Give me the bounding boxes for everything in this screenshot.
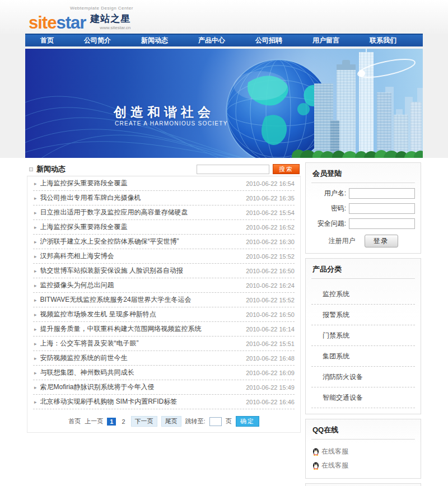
news-date: 2010-06-22 16:50	[241, 268, 295, 274]
main-nav: 首页 公司简介 新闻动态 产品中心 公司招聘 用户留言 联系我们	[25, 34, 423, 46]
news-link[interactable]: 北京移动实现刷手机购物 SIM卡内置RFID标签	[40, 397, 178, 406]
logo-cn-block: 建站之星 www.sitestar.cn	[90, 12, 130, 31]
news-item[interactable]: ▸上海监控探头重要路段全覆盖2010-06-22 16:54	[33, 176, 295, 191]
category-item-monitoring[interactable]: 监控系统	[311, 284, 415, 305]
news-item[interactable]: ▸我公司推出专用看车牌白光摄像机2010-06-22 16:35	[33, 191, 295, 205]
category-item-traffic[interactable]: 智能交通设备	[311, 387, 415, 408]
logo-cn-text: 建站之星	[90, 12, 130, 25]
news-date: 2010-06-22 16:14	[241, 326, 295, 333]
news-item[interactable]: ▸视频监控市场焕发生机 呈现多种新特点2010-06-22 16:50	[33, 307, 295, 322]
pagination-page-unit: 页	[226, 417, 232, 426]
news-date: 2010-06-22 15:52	[241, 297, 295, 303]
arrow-bullet-icon: ▸	[34, 268, 37, 274]
logo[interactable]: sitestar 建站之星 www.sitestar.cn	[29, 12, 130, 31]
news-item[interactable]: ▸日立推出适用于数字及监控应用的高容量存储硬盘2010-06-22 15:54	[33, 205, 295, 220]
nav-item-news[interactable]: 新闻动态	[126, 36, 183, 45]
pagination-confirm-button[interactable]: 确定	[236, 416, 259, 427]
nav-item-home[interactable]: 首页	[25, 36, 69, 45]
news-link[interactable]: 轨交世博车站拟装新安保设施 人脸识别器自动报	[40, 266, 183, 275]
pagination-next[interactable]: 下一页	[131, 416, 157, 427]
nav-item-products[interactable]: 产品中心	[183, 36, 240, 45]
news-item[interactable]: ▸轨交世博车站拟装新安保设施 人脸识别器自动报2010-06-22 16:50	[33, 264, 295, 278]
news-link[interactable]: BITWAVE无线监控系统服务24届世界大学生冬运会	[40, 295, 192, 305]
arrow-bullet-icon: ▸	[34, 385, 37, 390]
news-link[interactable]: 日立推出适用于数字及监控应用的高容量存储硬盘	[40, 208, 188, 217]
news-date: 2010-06-22 16:24	[241, 282, 295, 289]
news-item[interactable]: ▸上海：公交车将普及安装“电子眼”2010-06-22 15:51	[33, 337, 295, 351]
news-item[interactable]: ▸提升服务质量，中联重科构建大范围网络视频监控系统2010-06-22 16:1…	[33, 322, 295, 337]
arrow-bullet-icon: ▸	[34, 341, 37, 347]
category-item-fire[interactable]: 消防防火设备	[311, 367, 415, 387]
news-link[interactable]: 与联想集团、神州数码共同成长	[40, 368, 134, 377]
category-item-group[interactable]: 集团系统	[311, 346, 415, 367]
qq-online-box: QQ在线 在线客服	[305, 419, 421, 479]
news-date: 2010-06-22 16:46	[241, 399, 295, 405]
qq-service-label[interactable]: 在线客服	[321, 461, 348, 470]
news-item[interactable]: ▸沪浙联手建立水上安全控防体系确保“平安世博”2010-06-22 16:30	[33, 235, 295, 249]
logo-site-text: site	[29, 13, 56, 32]
search-area: 搜索	[197, 164, 300, 174]
pagination-first[interactable]: 首页	[68, 417, 81, 426]
login-button[interactable]: 登录	[365, 235, 398, 247]
news-link[interactable]: 监控摄像头为何总出问题	[40, 281, 114, 290]
password-label: 密码:	[311, 204, 346, 213]
qq-penguin-icon	[312, 462, 319, 470]
news-item[interactable]: ▸北京移动实现刷手机购物 SIM卡内置RFID标签2010-06-22 16:4…	[33, 395, 295, 409]
register-link[interactable]: 注册用户	[329, 236, 356, 246]
news-link[interactable]: 上海监控探头重要路段全覆盖	[40, 222, 128, 232]
news-item[interactable]: ▸与联想集团、神州数码共同成长2010-06-22 16:09	[33, 366, 295, 380]
pagination-jump-input[interactable]	[209, 417, 222, 426]
news-link[interactable]: 索尼Mofiria静脉识别系统将于今年入侵	[40, 382, 155, 392]
logo-tagline: Webtemplate Design Center	[70, 6, 133, 11]
news-item[interactable]: ▸BITWAVE无线监控系统服务24届世界大学生冬运会2010-06-22 15…	[33, 293, 295, 307]
news-link[interactable]: 汉邦高科亮相上海安博会	[40, 251, 114, 261]
logo-wordmark: sitestar	[29, 14, 86, 31]
qq-service-row[interactable]: 在线客服	[311, 445, 415, 459]
news-item[interactable]: ▸监控摄像头为何总出问题2010-06-22 16:24	[33, 278, 295, 293]
search-input[interactable]	[197, 165, 269, 174]
news-link[interactable]: 安防视频监控系统的前世今生	[40, 353, 128, 363]
news-link[interactable]: 沪浙联手建立水上安全控防体系确保“平安世博”	[40, 237, 179, 246]
category-item-access[interactable]: 门禁系统	[311, 325, 415, 346]
nav-item-guestbook[interactable]: 用户留言	[297, 36, 354, 45]
news-link[interactable]: 我公司推出专用看车牌白光摄像机	[40, 193, 141, 203]
username-input[interactable]	[349, 188, 415, 199]
nav-item-jobs[interactable]: 公司招聘	[240, 36, 297, 45]
news-date: 2010-06-22 15:51	[241, 340, 295, 347]
arrow-bullet-icon: ▸	[34, 210, 37, 216]
pagination-prev[interactable]: 上一页	[85, 417, 103, 426]
qq-penguin-icon	[312, 448, 319, 456]
search-button[interactable]: 搜索	[273, 164, 300, 174]
pagination-last[interactable]: 尾页	[161, 416, 181, 427]
arrow-bullet-icon: ▸	[34, 283, 37, 288]
news-date: 2010-06-22 15:49	[241, 384, 295, 391]
arrow-bullet-icon: ▸	[34, 370, 37, 376]
news-link[interactable]: 视频监控市场焕发生机 呈现多种新特点	[40, 310, 156, 319]
sidebar: 会员登陆 用户名: 密码: 安全问题: 注册用户 登录	[305, 162, 421, 486]
news-link[interactable]: 提升服务质量，中联重科构建大范围网络视频监控系统	[40, 324, 202, 334]
news-item[interactable]: ▸索尼Mofiria静脉识别系统将于今年入侵2010-06-22 15:49	[33, 380, 295, 395]
login-title: 会员登陆	[311, 167, 415, 183]
arrow-bullet-icon: ▸	[34, 181, 37, 186]
arrow-bullet-icon: ▸	[34, 239, 37, 245]
product-categories-title: 产品分类	[311, 263, 415, 279]
security-question-input[interactable]	[349, 218, 415, 229]
news-item[interactable]: ▸安防视频监控系统的前世今生2010-06-22 16:48	[33, 351, 295, 366]
arrow-bullet-icon: ▸	[34, 297, 37, 303]
news-link[interactable]: 上海监控探头重要路段全覆盖	[40, 179, 128, 188]
news-date: 2010-06-22 16:48	[241, 355, 295, 362]
news-item[interactable]: ▸汉邦高科亮相上海安博会2010-06-22 15:52	[33, 249, 295, 264]
pagination-page-2[interactable]: 2	[120, 418, 127, 426]
nav-item-contact[interactable]: 联系我们	[354, 36, 412, 45]
qq-service-label[interactable]: 在线客服	[321, 447, 348, 456]
qq-service-row[interactable]: 在线客服	[311, 459, 415, 473]
news-item[interactable]: ▸上海监控探头重要路段全覆盖2010-06-22 16:52	[33, 220, 295, 235]
category-item-alarm[interactable]: 报警系统	[311, 305, 415, 325]
nav-item-about[interactable]: 公司简介	[69, 36, 126, 45]
password-input[interactable]	[349, 203, 415, 214]
news-link[interactable]: 上海：公交车将普及安装“电子眼”	[40, 339, 139, 348]
logo-url-text: www.sitestar.cn	[90, 25, 130, 30]
pagination-page-1[interactable]: 1	[107, 418, 116, 426]
news-date: 2010-06-22 15:54	[241, 209, 295, 216]
arrow-bullet-icon: ▸	[34, 326, 37, 332]
